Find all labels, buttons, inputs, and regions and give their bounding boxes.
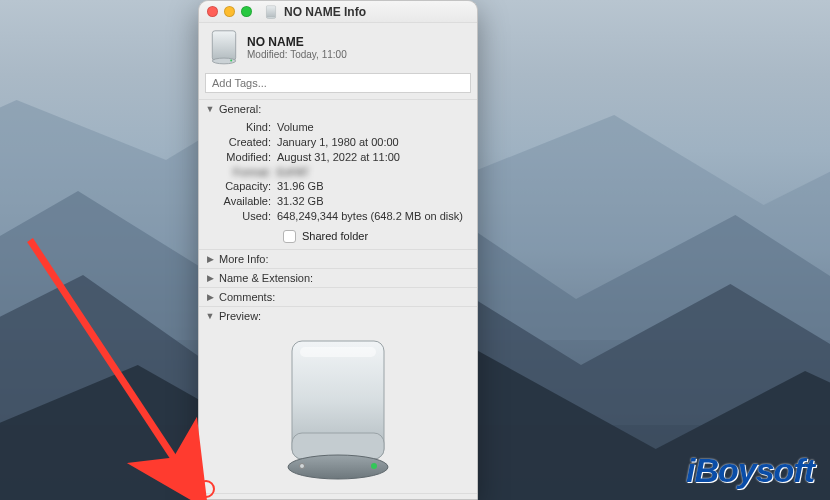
window-title: NO NAME Info (284, 5, 366, 19)
svg-point-8 (371, 463, 377, 469)
shared-folder-checkbox[interactable] (283, 230, 296, 243)
capacity-value: 31.96 GB (277, 179, 471, 194)
modified-label: Modified: (205, 150, 277, 165)
svg-point-4 (230, 60, 232, 62)
modified-value: August 31, 2022 at 11:00 (277, 150, 471, 165)
shared-folder-label: Shared folder (302, 230, 368, 242)
kind-value: Volume (277, 120, 471, 135)
annotation-circle (197, 480, 215, 498)
tags-input[interactable] (205, 73, 471, 93)
svg-rect-2 (212, 31, 235, 61)
section-label: Name & Extension: (219, 272, 313, 284)
svg-rect-0 (266, 5, 275, 17)
zoom-icon[interactable] (241, 6, 252, 17)
section-label: More Info: (219, 253, 269, 265)
section-more-info-header[interactable]: ▶ More Info: (199, 249, 477, 268)
chevron-right-icon: ▶ (205, 498, 215, 499)
section-preview-header[interactable]: ▼ Preview: (199, 306, 477, 325)
format-row-blurred: Format:ExFAT (205, 165, 471, 180)
section-label: Preview: (219, 310, 261, 322)
volume-name: NO NAME (247, 35, 347, 49)
chevron-right-icon: ▶ (205, 273, 215, 283)
close-icon[interactable] (207, 6, 218, 17)
chevron-down-icon: ▼ (205, 104, 215, 114)
section-label: Sharing & Permissions: (219, 497, 333, 499)
used-label: Used: (205, 209, 277, 224)
minimize-icon[interactable] (224, 6, 235, 17)
volume-icon (264, 5, 278, 19)
svg-rect-10 (300, 347, 376, 357)
watermark-logo: iBoysoft (686, 451, 814, 490)
section-sharing-header[interactable]: ▶ Sharing & Permissions: (199, 493, 477, 499)
svg-point-1 (266, 16, 275, 18)
watermark-rest: Boysoft (694, 451, 814, 490)
titlebar[interactable]: NO NAME Info (199, 1, 477, 23)
section-label: Comments: (219, 291, 275, 303)
available-label: Available: (205, 194, 277, 209)
chevron-right-icon: ▶ (205, 254, 215, 264)
section-name-ext-header[interactable]: ▶ Name & Extension: (199, 268, 477, 287)
used-value: 648,249,344 bytes (648.2 MB on disk) (277, 209, 471, 224)
get-info-window: NO NAME Info NO NAME Modified: To (198, 0, 478, 500)
svg-point-9 (300, 463, 305, 468)
section-label: General: (219, 103, 261, 115)
volume-icon (209, 29, 239, 65)
section-general-header[interactable]: ▼ General: (199, 99, 477, 118)
svg-point-3 (212, 58, 235, 64)
section-comments-header[interactable]: ▶ Comments: (199, 287, 477, 306)
capacity-label: Capacity: (205, 179, 277, 194)
chevron-right-icon: ▶ (205, 292, 215, 302)
available-value: 31.32 GB (277, 194, 471, 209)
preview-image (205, 327, 471, 487)
modified-summary: Modified: Today, 11:00 (247, 49, 347, 60)
created-label: Created: (205, 135, 277, 150)
created-value: January 1, 1980 at 00:00 (277, 135, 471, 150)
kind-label: Kind: (205, 120, 277, 135)
window-controls (207, 6, 252, 17)
chevron-down-icon: ▼ (205, 311, 215, 321)
section-general-body: Kind:Volume Created:January 1, 1980 at 0… (199, 118, 477, 249)
info-header: NO NAME Modified: Today, 11:00 (199, 23, 477, 73)
